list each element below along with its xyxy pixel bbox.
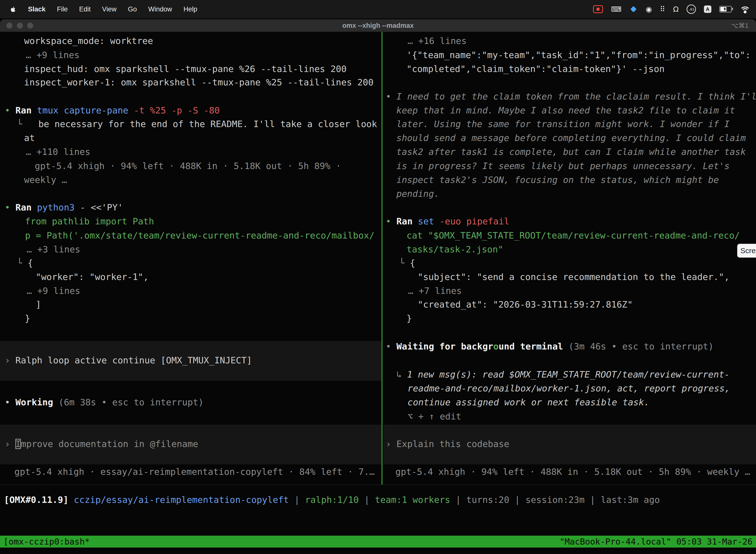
terminal-line-right: is in progress? It seems likely but perh… <box>396 159 730 173</box>
terminal-line-right: "completed","claim_token":"claim-token"}… <box>406 62 665 76</box>
session-footer-right: gpt-5.4 xhigh · 94% left · 488K in · 5.1… <box>395 465 750 479</box>
terminal-line-left: └ be necessary for the end of the README… <box>17 117 377 131</box>
terminal-line-right: "subject": "send a concise recommendatio… <box>418 270 730 284</box>
terminal-line-right: pending. <box>396 187 439 201</box>
terminal-line-right: ↳ 1 new msg(s): read $OMX_TEAM_STATE_ROO… <box>396 368 730 382</box>
omx-status-line: [OMX#0.11.9] cczip/essay/ai-reimplementa… <box>4 493 660 507</box>
window-shortcut-hint: ⌥⌘1 <box>731 19 749 32</box>
tmux-status-bar: [omx-cczip0:bash* "MacBook-Pro-44.local"… <box>0 536 756 548</box>
ghost-app-icon[interactable]: Ω <box>673 5 679 13</box>
terminal-line-right: • Ran set -euo pipefail <box>386 214 509 228</box>
screenshot-notification-clipped[interactable]: Scre <box>737 244 756 258</box>
terminal-line-left: } <box>25 312 30 325</box>
injected-prompt-line: › Ralph loop active continue [OMX_TMUX_I… <box>5 353 252 367</box>
terminal-line-left: … +9 lines <box>26 48 80 62</box>
menu-item-window[interactable]: Window <box>148 5 172 13</box>
terminal-line-left: p = Path('.omx/state/team/review-current… <box>25 229 375 242</box>
terminal-line-left: … +110 lines <box>26 145 90 159</box>
terminal-line-left: at <box>24 131 35 145</box>
terminal-line-left: └ { <box>17 256 33 270</box>
terminal-line-left: "worker": "worker-1", <box>36 270 148 284</box>
terminal-line-left: weekly … <box>24 173 67 187</box>
terminal-line-right: └ { <box>399 256 415 270</box>
apps-grid-icon[interactable]: ⠿ <box>660 5 665 13</box>
menu-item-file[interactable]: File <box>57 5 68 13</box>
terminal-line-right: continue assigned work or next feasible … <box>407 395 649 409</box>
terminal-line-right: … +16 lines <box>407 34 466 48</box>
tmux-session-label: [omx-cczip0:bash* <box>3 536 90 548</box>
terminal-line-left: from pathlib import Path <box>25 214 154 228</box>
menu-bar: SlackFileEditViewGoWindowHelp ⌨ ◉ ⠿ Ω .6… <box>0 0 756 18</box>
menu-item-help[interactable]: Help <box>184 5 197 13</box>
terminal-line-left: workspace_mode: worktree <box>24 34 153 48</box>
terminal-line-right: } <box>406 312 412 325</box>
terminal-pane-left[interactable] <box>0 32 381 485</box>
wifi-icon[interactable] <box>740 5 751 13</box>
edit-hint-line: ⌥ + ↑ edit <box>407 409 461 424</box>
menu-item-slack[interactable]: Slack <box>28 5 46 13</box>
terminal-line-right: … +7 lines <box>408 284 462 298</box>
screen: SlackFileEditViewGoWindowHelp ⌨ ◉ ⠿ Ω .6… <box>0 0 756 554</box>
terminal-line-right: task2 after task1 is complete, but can I… <box>396 145 746 159</box>
dark-circle-app-icon[interactable]: ◉ <box>646 5 652 13</box>
pane-footer-divider <box>0 485 756 485</box>
blue-app-icon[interactable] <box>629 5 638 13</box>
battery-icon[interactable] <box>719 6 732 12</box>
screen-recording-indicator-icon[interactable] <box>593 5 603 13</box>
window-title: omx --xhigh --madmax <box>0 19 756 32</box>
terminal-line-right: inspect task2's JSON, focusing on the st… <box>396 173 719 187</box>
working-status-line: • Working (6m 38s • esc to interrupt) <box>5 395 204 409</box>
terminal-line-left: … +9 lines <box>26 284 80 298</box>
terminal-line-right: • I need to get the claim token from the… <box>386 90 756 104</box>
pane-divider[interactable] <box>381 32 382 485</box>
terminal-line-left: • Ran tmux capture-pane -t %25 -p -S -80 <box>5 104 220 117</box>
menu-bar-status-icons: ⌨ ◉ ⠿ Ω .61 A <box>593 4 751 14</box>
terminal-line-right: tasks/task-2.json" <box>406 242 503 257</box>
terminal-line-right: should send a message before completing … <box>396 131 746 145</box>
terminal-line-left: ] <box>36 297 41 312</box>
composer-placeholder-line: › Improve documentation in @filename <box>5 437 198 451</box>
menu-item-view[interactable]: View <box>102 5 117 13</box>
waiting-status-line: • Waiting for background terminal (3m 46… <box>386 340 713 353</box>
tmux-host-clock-label: "MacBook-Pro-44.local" 05:03 31-Mar-26 <box>560 536 753 548</box>
terminal-line-left: gpt-5.4 xhigh · 94% left · 488K in · 5.1… <box>35 159 341 173</box>
input-source-icon[interactable]: A <box>704 5 711 13</box>
menu-item-edit[interactable]: Edit <box>79 5 91 13</box>
window-title-bar[interactable]: omx --xhigh --madmax ⌥⌘1 <box>0 19 756 32</box>
terminal-line-right: cat "$OMX_TEAM_STATE_ROOT/team/review-cu… <box>406 229 740 242</box>
terminal-line-left: inspect_hud: omx sparkshell --tmux-pane … <box>24 62 346 76</box>
menu-item-go[interactable]: Go <box>128 5 137 13</box>
menu-bar-left: SlackFileEditViewGoWindowHelp <box>10 5 197 13</box>
terminal-line-left: inspect_worker-1: omx sparkshell --tmux-… <box>24 75 374 89</box>
terminal-line-right: '{"team_name":"my-team","task_id":"1","f… <box>406 48 751 62</box>
apple-menu-icon[interactable] <box>10 6 17 13</box>
terminal-line-right: readme-and-reco/mailbox/worker-1.json, a… <box>407 382 730 395</box>
cpu-meter-icon[interactable]: .61 <box>687 4 696 14</box>
terminal-line-left: … +3 lines <box>26 242 80 257</box>
terminal-line-left: • Ran python3 - <<'PY' <box>5 201 123 214</box>
terminal-line-right: keep that in mind. Maybe I also need the… <box>396 104 735 117</box>
terminal-line-right: "created_at": "2026-03-31T11:59:27.816Z" <box>418 297 633 312</box>
terminal-line-right: later. Using the same for transition mig… <box>396 117 730 131</box>
session-footer-left: gpt-5.4 xhigh · essay/ai-reimplementatio… <box>14 465 375 479</box>
composer-placeholder-line: › Explain this codebase <box>386 437 509 451</box>
keyboard-icon[interactable]: ⌨ <box>611 5 621 13</box>
